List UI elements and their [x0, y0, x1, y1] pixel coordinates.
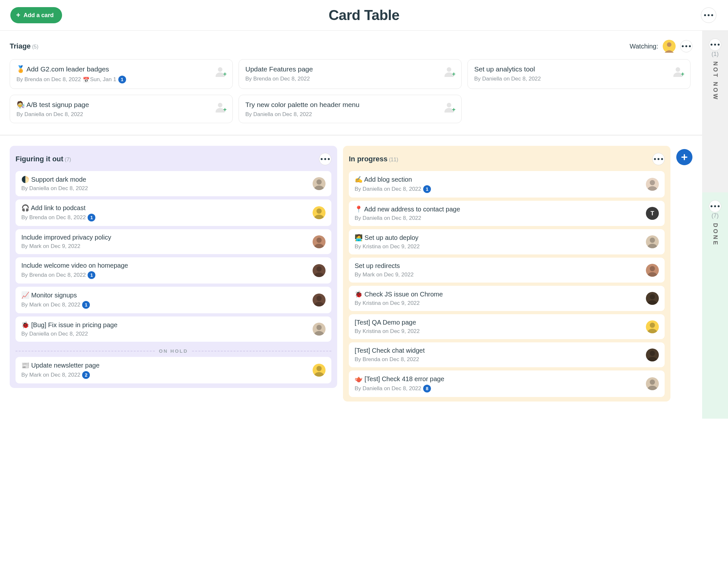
rail-done[interactable]: (7) DONE: [702, 192, 728, 419]
assignee-avatar[interactable]: [646, 292, 659, 305]
svg-point-33: [650, 323, 655, 328]
card-title: 🧑‍💻 Set up auto deploy: [355, 234, 641, 241]
svg-point-11: [316, 179, 322, 185]
column-card[interactable]: 📍 Add new address to contact page By Dan…: [349, 201, 665, 226]
card-title: 📍 Add new address to contact page: [355, 205, 641, 213]
card-title: 🧑‍🔬 A/B test signup page: [17, 101, 211, 109]
page-title: Card Table: [329, 7, 399, 23]
card-meta: By Brenda on Dec 8, 2022: [245, 76, 440, 82]
assignee-avatar[interactable]: [646, 377, 659, 390]
column-card[interactable]: 🐞 [Bug] Fix issue in pricing page By Dan…: [16, 316, 331, 342]
card-meta: By Daniella on Dec 8, 2022: [21, 185, 308, 192]
watching-label: Watching:: [630, 43, 658, 50]
assignee-avatar[interactable]: [313, 293, 326, 307]
assignee-placeholder[interactable]: +: [214, 65, 226, 77]
assignee-avatar[interactable]: [313, 264, 326, 277]
column-card[interactable]: 📰 Update newsletter page By Mark on Dec …: [16, 357, 331, 384]
column-more-button[interactable]: [652, 153, 665, 165]
card-meta: By Brenda on Dec 8, 2022 1: [21, 271, 308, 279]
card-title: ✍️ Add blog section: [355, 176, 641, 183]
card-meta: By Daniella on Dec 8, 2022: [474, 76, 669, 82]
card-meta: By Mark on Dec 9, 2022: [355, 271, 641, 278]
header-more-button[interactable]: [701, 7, 717, 23]
column-card[interactable]: [Test] Check chat widget By Brenda on De…: [349, 342, 665, 367]
column-card[interactable]: Set up redirects By Mark on Dec 9, 2022: [349, 258, 665, 283]
plus-icon: +: [452, 71, 456, 78]
card-title: 🫖 [Test] Check 418 error page: [355, 375, 641, 383]
watcher-avatar[interactable]: [663, 40, 676, 53]
card-meta: By Mark on Dec 8, 2022 1: [21, 301, 308, 309]
triage-card[interactable]: 🧑‍🔬 A/B test signup page By Daniella on …: [10, 95, 233, 123]
card-meta: By Brenda on Dec 8, 2022 1: [21, 214, 308, 221]
column-card[interactable]: 🐞 Check JS issue on Chrome By Kristina o…: [349, 286, 665, 311]
triage-card[interactable]: Try new color palette on header menu By …: [239, 95, 462, 123]
card-title: 🏅 Add G2.com leader badges: [17, 65, 211, 73]
column-card[interactable]: Include welcome video on homepage By Bre…: [16, 257, 331, 284]
assignee-avatar[interactable]: [313, 364, 326, 377]
column-card[interactable]: 📈 Monitor signups By Mark on Dec 8, 2022…: [16, 287, 331, 313]
assignee-avatar[interactable]: [646, 235, 659, 248]
column-card[interactable]: 🌓 Support dark mode By Daniella on Dec 8…: [16, 171, 331, 196]
column-card[interactable]: 🎧 Add link to podcast By Brenda on Dec 8…: [16, 200, 331, 226]
card-meta: By Daniella on Dec 8, 2022: [21, 331, 308, 337]
assignee-placeholder[interactable]: +: [214, 101, 226, 112]
comment-count-badge: 1: [87, 271, 95, 279]
svg-point-35: [650, 351, 655, 356]
rail-not-now[interactable]: (1) NOT NOW: [702, 31, 728, 192]
comment-count-badge: 8: [423, 385, 431, 392]
svg-point-20: [314, 302, 324, 307]
svg-point-1: [218, 67, 223, 72]
assignee-avatar[interactable]: [646, 348, 659, 362]
triage-card[interactable]: 🏅 Add G2.com leader badges By Brenda on …: [10, 59, 233, 89]
assignee-avatar[interactable]: [313, 177, 326, 190]
add-column-button[interactable]: [676, 149, 693, 165]
svg-point-23: [316, 366, 322, 371]
add-card-button[interactable]: + Add a card: [10, 7, 62, 23]
more-icon: [704, 14, 713, 16]
card-title: 🎧 Add link to podcast: [21, 204, 308, 212]
rail-more-button[interactable]: [709, 200, 721, 212]
svg-point-12: [314, 186, 324, 190]
comment-count-badge: 1: [423, 185, 431, 193]
triage-more-button[interactable]: [680, 40, 693, 52]
card-meta: By Kristina on Dec 9, 2022: [355, 300, 641, 307]
triage-card[interactable]: Set up analytics tool By Daniella on Dec…: [467, 59, 691, 89]
due-date-chip: Sun, Jan 1: [83, 76, 116, 83]
assignee-avatar[interactable]: [313, 235, 326, 248]
card-title: 📰 Update newsletter page: [21, 362, 308, 369]
assignee-avatar[interactable]: [646, 178, 659, 191]
card-meta: By Kristina on Dec 9, 2022: [355, 328, 641, 335]
assignee-placeholder[interactable]: +: [443, 65, 455, 77]
assignee-avatar[interactable]: T: [646, 207, 659, 220]
card-title: Set up redirects: [355, 262, 641, 270]
plus-circle-icon: [679, 152, 689, 162]
assignee-avatar[interactable]: [313, 206, 326, 219]
column-card[interactable]: ✍️ Add blog section By Daniella on Dec 8…: [349, 171, 665, 198]
more-icon: [710, 44, 720, 46]
more-icon: [710, 205, 720, 207]
rail-more-button[interactable]: [709, 38, 721, 51]
card-title: Include improved privacy policy: [21, 234, 308, 241]
add-card-label: Add a card: [24, 12, 54, 19]
column-more-button[interactable]: [319, 153, 331, 165]
card-meta: By Daniella on Dec 8, 2022 8: [355, 385, 641, 392]
card-meta: By Kristina on Dec 9, 2022: [355, 243, 641, 250]
column-card[interactable]: 🧑‍💻 Set up auto deploy By Kristina on De…: [349, 229, 665, 255]
assignee-placeholder[interactable]: +: [672, 65, 684, 77]
comment-count-badge: 1: [118, 76, 126, 83]
assignee-placeholder[interactable]: +: [443, 101, 455, 112]
column-card[interactable]: Include improved privacy policy By Mark …: [16, 229, 331, 254]
plus-icon: +: [681, 71, 684, 78]
svg-point-27: [650, 238, 655, 243]
column-card[interactable]: 🫖 [Test] Check 418 error page By Daniell…: [349, 370, 665, 397]
assignee-avatar[interactable]: [313, 323, 326, 336]
assignee-avatar[interactable]: [646, 264, 659, 277]
card-title: Try new color palette on header menu: [245, 101, 440, 109]
column-card[interactable]: [Test] QA Demo page By Kristina on Dec 9…: [349, 314, 665, 339]
column-count: (11): [389, 157, 398, 162]
card-meta: By Mark on Dec 8, 2022 2: [21, 371, 308, 379]
assignee-avatar[interactable]: [646, 320, 659, 333]
svg-point-17: [316, 266, 322, 271]
triage-card[interactable]: Update Features page By Brenda on Dec 8,…: [239, 59, 462, 89]
columns-section: Figuring it out (7) 🌓 Support dark mode …: [0, 135, 702, 412]
